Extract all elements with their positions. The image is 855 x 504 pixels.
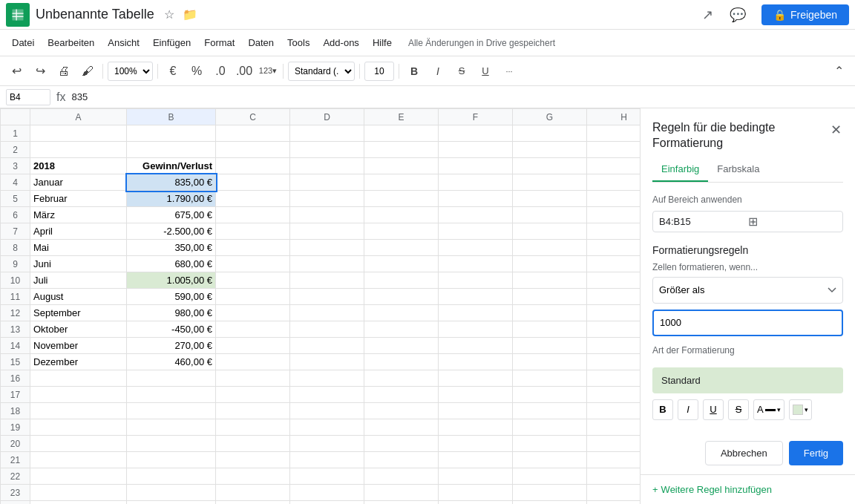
cell-21-a[interactable]	[30, 452, 127, 468]
cell-24-d[interactable]	[290, 501, 364, 505]
cell-22-e[interactable]	[364, 468, 439, 485]
menu-datei[interactable]: Datei	[6, 34, 40, 51]
cell-11-h[interactable]	[587, 289, 641, 305]
col-header-b[interactable]: B	[127, 109, 216, 125]
cell-22-a[interactable]	[30, 468, 127, 485]
cell-2-a[interactable]	[30, 142, 127, 158]
cell-4-b[interactable]: 835,00 €	[127, 174, 216, 191]
cell-10-b[interactable]: 1.005,00 €	[127, 272, 216, 289]
cell-23-a[interactable]	[30, 485, 127, 501]
cell-13-h[interactable]	[587, 321, 641, 338]
row-header-4[interactable]: 4	[1, 174, 30, 191]
cell-20-f[interactable]	[439, 436, 513, 452]
cell-23-g[interactable]	[513, 485, 587, 501]
row-header-18[interactable]: 18	[1, 403, 30, 419]
cell-6-d[interactable]	[290, 207, 364, 223]
cell-1-g[interactable]	[513, 125, 587, 142]
menu-hilfe[interactable]: Hilfe	[367, 34, 398, 51]
cell-17-c[interactable]	[216, 387, 290, 403]
col-header-e[interactable]: E	[364, 109, 439, 125]
cell-21-f[interactable]	[439, 452, 513, 468]
cell-4-c[interactable]	[216, 174, 290, 191]
decimal0-button[interactable]: .0	[210, 61, 231, 82]
condition-select[interactable]: Größer als Kleiner als Gleich Nicht glei…	[652, 277, 843, 304]
cell-14-h[interactable]	[587, 338, 641, 354]
col-header-d[interactable]: D	[290, 109, 364, 125]
row-header-8[interactable]: 8	[1, 240, 30, 256]
cell-6-f[interactable]	[439, 207, 513, 223]
cell-19-g[interactable]	[513, 419, 587, 436]
cell-18-e[interactable]	[364, 403, 439, 419]
cell-5-b[interactable]: 1.790,00 €	[127, 191, 216, 207]
cell-18-c[interactable]	[216, 403, 290, 419]
underline-button[interactable]: U	[475, 61, 496, 82]
cell-15-d[interactable]	[290, 354, 364, 370]
row-header-16[interactable]: 16	[1, 370, 30, 387]
cell-9-f[interactable]	[439, 256, 513, 272]
cell-3-d[interactable]	[290, 158, 364, 174]
cell-15-c[interactable]	[216, 354, 290, 370]
tab-solid[interactable]: Einfarbig	[652, 157, 708, 182]
menu-einfuegen[interactable]: Einfügen	[147, 34, 197, 51]
cell-18-b[interactable]	[127, 403, 216, 419]
italic-button[interactable]: I	[428, 61, 448, 82]
cell-1-e[interactable]	[364, 125, 439, 142]
row-header-17[interactable]: 17	[1, 387, 30, 403]
col-header-a[interactable]: A	[30, 109, 127, 125]
cell-11-c[interactable]	[216, 289, 290, 305]
cell-15-g[interactable]	[513, 354, 587, 370]
cell-9-b[interactable]: 680,00 €	[127, 256, 216, 272]
cell-11-a[interactable]: August	[30, 289, 127, 305]
row-header-1[interactable]: 1	[1, 125, 30, 142]
cell-10-d[interactable]	[290, 272, 364, 289]
row-header-2[interactable]: 2	[1, 142, 30, 158]
format-strike-button[interactable]: S	[728, 399, 749, 420]
cell-22-g[interactable]	[513, 468, 587, 485]
collapse-button[interactable]: ⌃	[828, 61, 849, 82]
cell-9-g[interactable]	[513, 256, 587, 272]
cell-17-e[interactable]	[364, 387, 439, 403]
cell-15-a[interactable]: Dezember	[30, 354, 127, 370]
redo-button[interactable]: ↪	[30, 61, 50, 82]
cell-21-h[interactable]	[587, 452, 641, 468]
zoom-select[interactable]: 100%	[108, 62, 153, 81]
cell-23-c[interactable]	[216, 485, 290, 501]
cell-15-f[interactable]	[439, 354, 513, 370]
add-rule-button[interactable]: + Weitere Regel hinzufügen	[641, 474, 855, 504]
cell-7-h[interactable]	[587, 223, 641, 240]
cell-5-c[interactable]	[216, 191, 290, 207]
cell-20-c[interactable]	[216, 436, 290, 452]
cell-20-a[interactable]	[30, 436, 127, 452]
fill-color-button[interactable]: ▾	[789, 399, 812, 420]
chat-icon[interactable]: 💬	[726, 3, 750, 27]
cell-17-f[interactable]	[439, 387, 513, 403]
cell-6-g[interactable]	[513, 207, 587, 223]
cell-10-c[interactable]	[216, 272, 290, 289]
cell-3-a[interactable]: 2018	[30, 158, 127, 174]
folder-icon[interactable]: 📁	[181, 6, 199, 24]
panel-close-button[interactable]: ✕	[829, 120, 843, 140]
cell-12-h[interactable]	[587, 305, 641, 321]
text-color-button[interactable]: A ▾	[753, 399, 784, 420]
cell-19-d[interactable]	[290, 419, 364, 436]
cell-14-a[interactable]: November	[30, 338, 127, 354]
tab-colorscale[interactable]: Farbskala	[708, 157, 768, 182]
cell-4-g[interactable]	[513, 174, 587, 191]
cell-20-b[interactable]	[127, 436, 216, 452]
cell-23-f[interactable]	[439, 485, 513, 501]
cell-7-d[interactable]	[290, 223, 364, 240]
cell-8-c[interactable]	[216, 240, 290, 256]
cell-2-h[interactable]	[587, 142, 641, 158]
cell-24-b[interactable]	[127, 501, 216, 505]
cell-8-g[interactable]	[513, 240, 587, 256]
cell-13-g[interactable]	[513, 321, 587, 338]
row-header-24[interactable]: 24	[1, 501, 30, 505]
cell-reference[interactable]: B4	[6, 89, 50, 105]
row-header-5[interactable]: 5	[1, 191, 30, 207]
menu-addons[interactable]: Add-ons	[317, 34, 364, 51]
cell-8-h[interactable]	[587, 240, 641, 256]
cell-24-c[interactable]	[216, 501, 290, 505]
cell-21-e[interactable]	[364, 452, 439, 468]
cell-13-d[interactable]	[290, 321, 364, 338]
range-input-row[interactable]: B4:B15 ⊞	[652, 211, 843, 232]
